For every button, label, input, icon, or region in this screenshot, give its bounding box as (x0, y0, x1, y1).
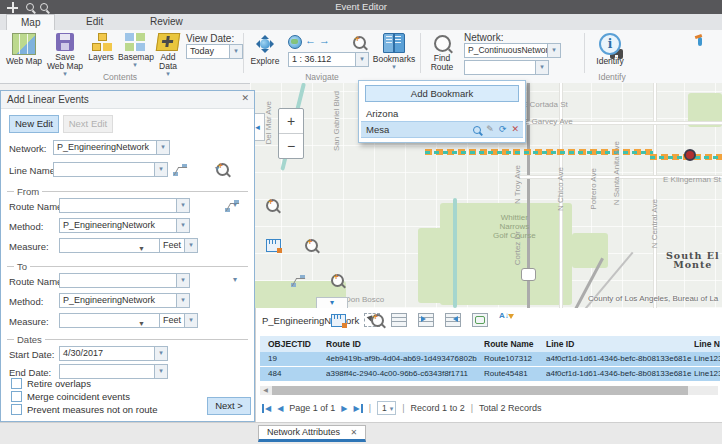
from-unit-select[interactable]: Feet (159, 238, 198, 253)
scroll-left-icon[interactable]: ◀ (260, 386, 271, 395)
next-extent-icon[interactable]: → (319, 34, 330, 46)
tab-network-attributes[interactable]: Network Attributes ✕ (258, 425, 366, 442)
add-pin-icon[interactable] (695, 37, 705, 49)
related-records-right-icon[interactable] (445, 313, 461, 327)
select-route-on-map-icon[interactable] (291, 275, 305, 287)
full-extent-icon[interactable] (288, 35, 302, 49)
previous-extent-icon[interactable]: ← (305, 34, 316, 46)
horizontal-scrollbar[interactable]: ◀ (260, 386, 718, 395)
switch-selection-icon[interactable] (472, 313, 488, 327)
network-dropdown-icon[interactable] (547, 44, 560, 57)
network-select[interactable]: P_ContinuousNetwork (464, 43, 561, 58)
zoom-options-caret-icon[interactable]: ▾ (233, 202, 237, 208)
next-button[interactable]: Next > (207, 397, 251, 415)
route-search-dropdown-icon[interactable] (535, 61, 548, 74)
end-date-select[interactable] (59, 364, 168, 379)
bookmark-item[interactable]: Arizona (361, 106, 523, 121)
tab-review[interactable]: Review (136, 14, 197, 30)
dropdown-icon[interactable] (154, 163, 167, 176)
add-bookmark-button[interactable]: Add Bookmark (365, 85, 519, 102)
dropdown-icon[interactable] (176, 274, 189, 287)
panel-network-select[interactable]: P_EngineeringNetwork (53, 140, 170, 155)
zoom-options-caret-icon[interactable]: ▾ (233, 277, 237, 283)
tab-close-icon[interactable]: ✕ (351, 428, 358, 437)
dropdown-icon[interactable] (184, 314, 197, 327)
save-web-map-button[interactable]: Save Web Map ▾ (46, 33, 84, 77)
column-header[interactable]: Line Name (694, 336, 720, 352)
scale-select[interactable]: 1 : 36.112 (288, 52, 369, 67)
dropdown-icon[interactable] (184, 239, 197, 252)
dropdown-icon[interactable] (176, 199, 189, 212)
to-route-name-select[interactable] (59, 273, 190, 288)
sort-icon[interactable]: A↓ (499, 313, 513, 325)
table-row[interactable]: 484a398ff4c-2940-4c00-96b6-c6343f8f1711R… (260, 367, 720, 382)
column-header[interactable]: Route ID (326, 336, 484, 352)
layers-button[interactable]: Layers (86, 33, 116, 62)
find-route-button[interactable]: Find Route (424, 33, 460, 72)
measure-on-map-icon[interactable] (331, 314, 346, 327)
view-date-dropdown-icon[interactable] (229, 45, 242, 58)
new-edit-button[interactable]: New Edit (9, 115, 59, 133)
prev-page-icon[interactable]: ◀ (277, 404, 283, 413)
zoom-to-route-icon[interactable]: + (331, 274, 344, 287)
dropdown-icon[interactable] (154, 347, 167, 360)
measure-on-map-icon[interactable] (266, 239, 281, 252)
zoom-to-route-icon[interactable]: + (266, 199, 279, 212)
from-route-name-select[interactable] (59, 198, 190, 213)
measure-caret-icon[interactable]: ▼ (138, 242, 145, 255)
scrollbar-thumb[interactable] (272, 386, 688, 395)
measure-caret-icon[interactable]: ▼ (138, 317, 145, 330)
zoom-to-measure-icon[interactable]: + (371, 314, 384, 327)
next-page-icon[interactable]: ▶ (341, 404, 347, 413)
column-header[interactable]: OBJECTID (260, 336, 326, 352)
zoom-in-tool-icon[interactable]: + (353, 36, 366, 49)
identify-button[interactable]: i Identify (592, 33, 628, 66)
checkbox[interactable] (11, 404, 22, 415)
route-endpoint-marker[interactable] (684, 149, 696, 161)
checkbox[interactable] (11, 391, 22, 402)
to-method-select[interactable]: P_EngineeringNetwork (59, 293, 190, 308)
related-records-left-icon[interactable] (418, 313, 434, 327)
dropdown-icon[interactable] (176, 219, 189, 232)
add-data-button[interactable]: Add Data ▾ (152, 33, 184, 77)
save-icon (56, 33, 74, 51)
table-collapse-handle[interactable]: ▾ (316, 297, 348, 308)
table-row[interactable]: 194eb9419b-af9b-4d04-ab69-1d493476802bRo… (260, 352, 720, 367)
bookmarks-button[interactable]: Bookmarks ▾ (372, 33, 416, 70)
column-header[interactable]: Line ID (546, 336, 694, 352)
bookmark-zoom-icon[interactable] (473, 126, 481, 134)
panel-close-icon[interactable]: ✕ (241, 93, 249, 103)
zoom-to-measure-icon[interactable]: + (305, 239, 318, 252)
map-zoom-out-button[interactable]: − (279, 134, 303, 158)
bookmark-edit-icon[interactable]: ✎ (486, 123, 494, 136)
from-method-select[interactable]: P_EngineeringNetwork (59, 218, 190, 233)
page-number-select[interactable]: 1▾ (377, 401, 396, 415)
last-page-icon[interactable]: ▶ (354, 404, 363, 413)
to-unit-select[interactable]: Feet (159, 313, 198, 328)
view-date-select[interactable]: Today (186, 44, 243, 59)
column-header[interactable]: Route Name (484, 336, 546, 352)
first-page-icon[interactable]: ◀ (262, 404, 271, 413)
table-view-icon[interactable] (391, 313, 407, 327)
line-name-select[interactable] (53, 162, 168, 177)
web-map-button[interactable]: Web Map (4, 33, 44, 66)
explore-button[interactable]: Explore (248, 33, 282, 66)
bookmark-refresh-icon[interactable]: ⟳ (499, 123, 507, 136)
bookmark-delete-icon[interactable]: ✕ (511, 123, 519, 136)
zoom-options-caret-icon[interactable]: ▾ (215, 166, 219, 172)
dropdown-icon[interactable] (176, 294, 189, 307)
to-measure-input[interactable]: ▼ (59, 313, 160, 328)
basemap-button[interactable]: Basemap ▾ (118, 33, 152, 68)
from-measure-input[interactable]: ▼ (59, 238, 160, 253)
select-line-on-map-icon[interactable] (173, 164, 187, 176)
dropdown-icon[interactable] (156, 141, 169, 154)
checkbox[interactable] (11, 378, 22, 389)
map-zoom-in-button[interactable]: + (279, 109, 303, 134)
next-edit-button[interactable]: Next Edit (63, 115, 113, 133)
scale-dropdown-icon[interactable] (355, 53, 368, 66)
tab-edit[interactable]: Edit (72, 14, 117, 30)
dropdown-icon[interactable] (154, 365, 167, 378)
route-search-input[interactable] (464, 60, 549, 75)
start-date-select[interactable]: 4/30/2017 (59, 346, 168, 361)
bookmark-item[interactable]: Mesa✎⟳✕ (361, 121, 523, 138)
